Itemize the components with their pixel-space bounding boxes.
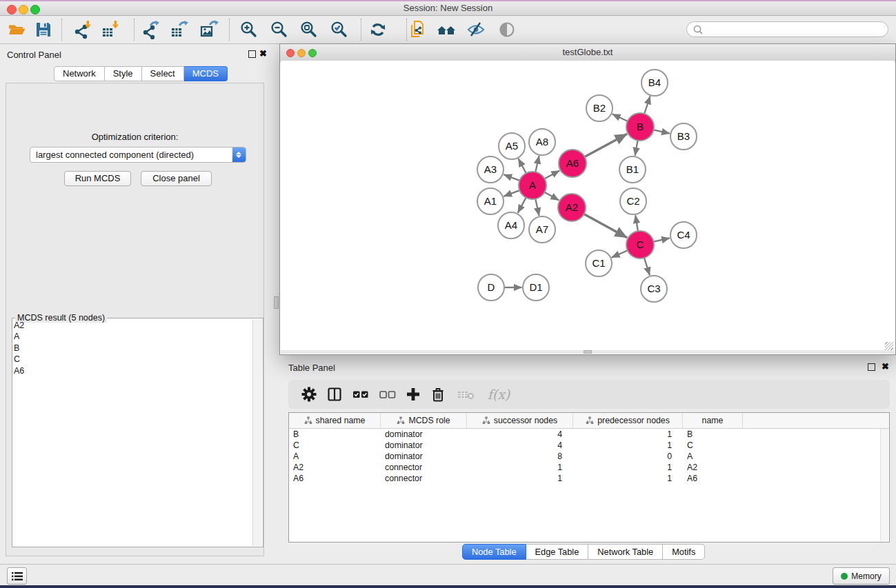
graph-edge[interactable] xyxy=(613,114,628,121)
cell-predecessor-nodes: 1 xyxy=(573,462,683,473)
graph-edge[interactable] xyxy=(635,215,638,231)
network-canvas[interactable]: B4B2BB3A8A5A6A3B1AA1C2A2A4A7C4CC1C3DD1 xyxy=(281,61,895,352)
graph-edge[interactable] xyxy=(644,97,650,114)
table-scrollbar[interactable] xyxy=(880,429,888,541)
cell-MCDS-role: dominator xyxy=(381,440,467,451)
table-settings-button[interactable] xyxy=(298,383,320,405)
graph-edge[interactable] xyxy=(535,199,539,216)
delete-table-button[interactable] xyxy=(455,383,477,405)
column-header-shared-name[interactable]: shared name xyxy=(289,413,381,428)
export-network-button[interactable] xyxy=(139,18,162,41)
close-table-panel-icon[interactable]: ✖ xyxy=(882,363,889,369)
tab-style[interactable]: Style xyxy=(105,66,142,81)
tab-motifs[interactable]: Motifs xyxy=(663,544,705,560)
graph-node-label: A2 xyxy=(566,201,578,213)
table-row[interactable]: A6connector11A6 xyxy=(289,473,889,484)
graph-edge[interactable] xyxy=(544,192,559,201)
float-table-panel-icon[interactable] xyxy=(868,363,875,371)
table-row[interactable]: Adominator80A xyxy=(289,451,889,462)
export-network-icon xyxy=(141,20,160,39)
graph-edge[interactable] xyxy=(654,130,670,133)
horizontal-scrollbar-thumb[interactable] xyxy=(584,350,592,354)
graph-edge[interactable] xyxy=(585,134,628,156)
graph-edge[interactable] xyxy=(612,250,628,257)
graph-edge[interactable] xyxy=(518,198,526,213)
list-item[interactable]: A2 xyxy=(14,320,252,331)
tab-node-table[interactable]: Node Table xyxy=(462,544,526,560)
graph-edge[interactable] xyxy=(584,214,628,238)
mcds-result-list[interactable]: A2ABCA6 xyxy=(14,320,252,545)
criterion-select[interactable]: largest connected component (directed) xyxy=(30,147,246,163)
column-header-MCDS-role[interactable]: MCDS role xyxy=(381,413,467,428)
zoom-out-button[interactable] xyxy=(268,18,291,41)
close-panel-button[interactable]: Close panel xyxy=(141,171,212,186)
import-network-icon xyxy=(73,20,92,39)
graph-edge[interactable] xyxy=(654,238,670,241)
delete-button[interactable] xyxy=(427,383,449,405)
table-row[interactable]: Cdominator41C xyxy=(289,440,889,451)
graph-edge[interactable] xyxy=(519,159,526,173)
mcds-list-scrollbar[interactable] xyxy=(252,319,262,546)
network-graph[interactable]: B4B2BB3A8A5A6A3B1AA1C2A2A4A7C4CC1C3DD1 xyxy=(281,61,896,352)
vertical-scrollbar-thumb[interactable] xyxy=(274,296,279,309)
run-mcds-button[interactable]: Run MCDS xyxy=(64,171,131,186)
log-console-button[interactable] xyxy=(7,567,27,585)
list-item[interactable]: A xyxy=(14,331,252,342)
column-header-successor-nodes[interactable]: successor nodes xyxy=(467,413,573,428)
select-all-button[interactable] xyxy=(350,383,372,405)
zoom-selected-button[interactable] xyxy=(328,18,351,41)
table-row[interactable]: Bdominator41B xyxy=(289,429,889,440)
float-panel-icon[interactable] xyxy=(248,50,256,58)
list-item[interactable]: C xyxy=(14,354,252,365)
export-image-button[interactable] xyxy=(197,18,221,41)
tab-network-table[interactable]: Network Table xyxy=(588,544,663,560)
export-image-icon xyxy=(199,20,219,39)
select-stepper-icon xyxy=(232,148,246,162)
eye-button[interactable] xyxy=(495,18,519,41)
close-panel-icon[interactable]: ✖ xyxy=(259,50,267,57)
tab-select[interactable]: Select xyxy=(142,66,184,81)
refresh-button[interactable] xyxy=(366,18,390,41)
memory-button[interactable]: Memory xyxy=(833,567,890,585)
zoom-fit-button[interactable] xyxy=(297,18,321,41)
search-icon xyxy=(692,24,706,35)
import-table-button[interactable] xyxy=(99,18,122,41)
control-panel-title: Control Panel xyxy=(7,50,61,60)
import-network-button[interactable] xyxy=(71,18,94,41)
home-button[interactable] xyxy=(435,18,458,41)
graph-node-label: C3 xyxy=(647,283,660,294)
column-header-name[interactable]: name xyxy=(683,413,743,428)
zoom-in-button[interactable] xyxy=(237,18,261,41)
cell-successor-nodes: 1 xyxy=(467,473,573,484)
search-field xyxy=(686,21,888,37)
graph-edge[interactable] xyxy=(644,258,650,275)
save-session-button[interactable] xyxy=(32,18,55,41)
resize-corner-icon[interactable] xyxy=(885,342,893,350)
horizontal-scrollbar[interactable] xyxy=(281,350,895,354)
table-panel-title: Table Panel xyxy=(288,363,335,373)
list-item[interactable]: B xyxy=(14,343,252,354)
toggle-columns-button[interactable] xyxy=(323,383,346,405)
function-builder-button[interactable]: f(x) xyxy=(484,383,514,405)
deselect-all-button[interactable] xyxy=(377,383,399,405)
graph-edge[interactable] xyxy=(545,170,560,179)
search-input[interactable] xyxy=(706,24,888,35)
graph-node-label: D xyxy=(488,281,495,293)
graph-edge[interactable] xyxy=(504,190,519,196)
add-column-button[interactable] xyxy=(402,383,424,405)
tab-network[interactable]: Network xyxy=(54,66,105,81)
tab-mcds[interactable]: MCDS xyxy=(184,66,228,81)
list-item[interactable]: A6 xyxy=(14,365,252,376)
open-session-button[interactable] xyxy=(6,18,29,41)
documents-network-button[interactable] xyxy=(406,18,429,41)
zoom-in-icon xyxy=(239,20,259,39)
graph-edge[interactable] xyxy=(635,141,638,156)
export-table-button[interactable] xyxy=(168,18,191,41)
graph-edge[interactable] xyxy=(504,174,519,181)
table-row[interactable]: A2connector11A2 xyxy=(289,462,889,473)
table-toolbar: f(x) xyxy=(288,380,890,409)
graph-edge[interactable] xyxy=(535,156,539,172)
column-header-predecessor-nodes[interactable]: predecessor nodes xyxy=(573,413,683,428)
tab-edge-table[interactable]: Edge Table xyxy=(526,544,589,560)
toggle-visibility-button[interactable] xyxy=(464,18,488,41)
